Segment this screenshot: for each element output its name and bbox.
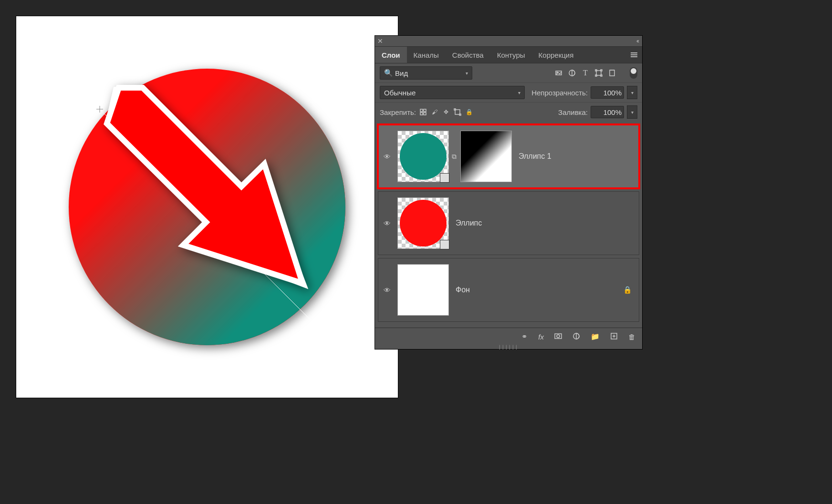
filter-type-icon[interactable]: T (580, 68, 591, 78)
link-layers-button[interactable]: ⚭ (521, 332, 528, 341)
new-adjustment-button[interactable] (572, 332, 580, 341)
layer-thumbnail[interactable] (397, 131, 449, 182)
mask-link-icon[interactable]: ⧉ (449, 153, 459, 161)
lock-position-icon[interactable]: ✥ (442, 108, 450, 116)
tab-paths[interactable]: Контуры (490, 47, 532, 63)
tab-properties[interactable]: Свойства (446, 47, 490, 63)
layer-thumbnail[interactable] (397, 264, 449, 316)
new-group-button[interactable]: 📁 (591, 332, 600, 341)
visibility-toggle[interactable]: 👁 (378, 153, 395, 161)
filter-label: Вид (395, 69, 408, 77)
tab-adjustments[interactable]: Коррекция (532, 47, 581, 63)
filter-smart-icon[interactable] (607, 68, 617, 78)
opacity-caret[interactable]: ▾ (627, 86, 637, 99)
layer-thumbnail[interactable] (397, 197, 449, 249)
shape-badge-icon (440, 240, 449, 249)
layer-name[interactable]: Эллипс (456, 219, 482, 227)
layers-list: 👁 ⧉ Эллипс 1 👁 Эллипс 👁 Фон 🔒 (375, 122, 642, 328)
lock-label: Закрепить: (380, 108, 416, 116)
layer-name[interactable]: Фон (456, 286, 470, 294)
fill-caret[interactable]: ▾ (627, 105, 637, 119)
svg-rect-14 (610, 70, 614, 76)
svg-rect-15 (420, 109, 423, 112)
svg-point-23 (557, 335, 560, 338)
visibility-toggle[interactable]: 👁 (378, 286, 395, 294)
filter-shape-icon[interactable] (593, 68, 604, 78)
panel-menu-button[interactable] (626, 47, 642, 63)
layer-mask-thumbnail[interactable] (460, 131, 512, 182)
opacity-input[interactable]: 100% (591, 86, 624, 99)
svg-rect-17 (420, 113, 423, 115)
svg-rect-18 (424, 113, 426, 115)
tab-layers[interactable]: Слои (375, 47, 407, 63)
lock-transparency-icon[interactable] (419, 108, 427, 116)
layer-row[interactable]: 👁 Фон 🔒 (378, 258, 639, 322)
tab-channels[interactable]: Каналы (407, 47, 446, 63)
svg-rect-16 (424, 109, 426, 112)
blend-mode-value: Обычные (384, 89, 416, 97)
layer-fx-button[interactable]: fx (538, 333, 544, 341)
delete-layer-button[interactable]: 🗑 (628, 333, 635, 341)
blend-mode-select[interactable]: Обычные ▾ (380, 86, 525, 99)
filter-adjust-icon[interactable] (567, 68, 577, 78)
opacity-label: Непрозрачность: (531, 89, 588, 97)
canvas-artwork (16, 16, 398, 398)
search-icon: 🔍 (384, 69, 393, 77)
add-mask-button[interactable] (554, 332, 562, 341)
filter-toggle[interactable] (630, 67, 637, 79)
shape-badge-icon (440, 173, 449, 183)
layers-panel-footer: ⚭ fx 📁 🗑 (375, 328, 642, 345)
lock-brush-icon[interactable]: 🖌 (430, 108, 439, 116)
layers-panel: ✕ ‹‹ Слои Каналы Свойства Контуры Коррек… (374, 35, 643, 350)
panel-resize-grip[interactable]: ┃┃┃┃┃┃ (375, 345, 642, 349)
panel-collapse-button[interactable]: ‹‹ (636, 38, 638, 44)
filter-pixel-icon[interactable] (553, 68, 564, 78)
layer-filter-select[interactable]: 🔍 Вид ▾ (380, 66, 472, 80)
lock-artboard-icon[interactable] (453, 108, 462, 116)
fill-input[interactable]: 100% (591, 106, 624, 118)
new-layer-button[interactable] (610, 332, 618, 341)
layer-name[interactable]: Эллипс 1 (519, 152, 551, 161)
panel-close-button[interactable]: ✕ (375, 37, 385, 45)
visibility-toggle[interactable]: 👁 (378, 219, 395, 227)
panel-tabs: Слои Каналы Свойства Контуры Коррекция (375, 47, 642, 63)
layer-row[interactable]: 👁 ⧉ Эллипс 1 (378, 124, 639, 188)
fill-label: Заливка: (558, 108, 588, 116)
lock-all-icon[interactable]: 🔒 (465, 108, 473, 116)
layer-lock-icon[interactable]: 🔒 (623, 286, 632, 294)
layer-row[interactable]: 👁 Эллипс (378, 191, 639, 255)
document-canvas[interactable] (16, 16, 398, 398)
